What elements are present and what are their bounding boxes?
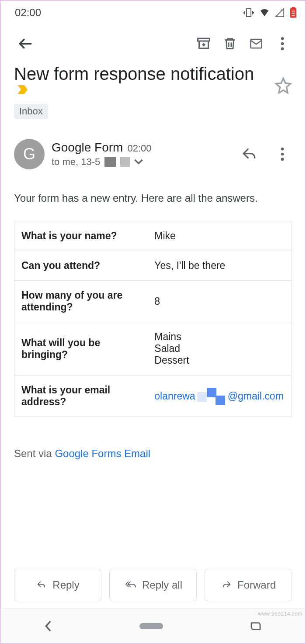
importance-icon	[17, 84, 30, 95]
svg-point-10	[281, 158, 284, 161]
redacted-block	[104, 157, 116, 167]
message-more-button[interactable]	[269, 141, 296, 167]
answer-cell: Mains Salad Dessert	[147, 322, 292, 375]
sender-row: G Google Form 02:00 to me, 13-5	[1, 119, 305, 174]
answer-cell-email[interactable]: olanrewa @gmail.com	[147, 375, 292, 417]
nav-home-icon[interactable]	[139, 623, 163, 629]
label-chip[interactable]: Inbox	[14, 104, 48, 119]
reply-all-label: Reply all	[142, 579, 182, 591]
status-icons: x	[243, 7, 297, 18]
question-cell: What will you be bringing?	[14, 322, 147, 375]
bottom-actions: Reply Reply all Forward	[1, 569, 305, 601]
archive-button[interactable]	[191, 31, 217, 57]
answer-cell: Mike	[147, 221, 292, 251]
delete-button[interactable]	[217, 31, 243, 57]
subject-row: New form response notification	[1, 61, 305, 98]
wifi-icon	[259, 8, 270, 17]
expand-details-icon[interactable]	[134, 159, 143, 165]
forward-label: Forward	[237, 579, 276, 591]
table-row: What is your email address? olanrewa @gm…	[14, 375, 292, 417]
svg-text:x: x	[281, 8, 282, 12]
status-time: 02:00	[15, 7, 41, 19]
sender-avatar[interactable]: G	[14, 139, 45, 169]
question-cell: How many of you are attending?	[14, 281, 147, 322]
signal-icon: x	[275, 8, 285, 17]
table-row: What will you be bringing? Mains Salad D…	[14, 322, 292, 375]
svg-point-6	[281, 42, 284, 45]
answer-cell: Yes, I'll be there	[147, 251, 292, 280]
redacted-block	[207, 388, 216, 397]
more-button[interactable]	[269, 31, 296, 57]
nav-recent-icon[interactable]	[249, 620, 262, 632]
star-button[interactable]	[275, 77, 292, 94]
reply-icon-button[interactable]	[236, 141, 262, 167]
table-row: What is your name? Mike	[14, 221, 292, 251]
email-part1: olanrewa	[154, 390, 195, 402]
sender-name: Google Form	[52, 141, 123, 155]
question-cell: What is your name?	[14, 221, 147, 251]
email-part2: @gmail.com	[228, 390, 284, 402]
back-button[interactable]	[12, 31, 38, 57]
sender-time: 02:00	[127, 143, 151, 154]
to-line: to me, 13-5	[52, 156, 100, 168]
sent-via: Sent via Google Forms Email	[1, 417, 305, 464]
answer-cell: 8	[147, 281, 292, 322]
redacted-block	[197, 392, 207, 402]
watermark: www.989214.com	[258, 611, 303, 617]
battery-icon	[289, 7, 297, 18]
svg-rect-2	[292, 7, 295, 9]
svg-rect-11	[139, 623, 163, 629]
table-row: Can you attend? Yes, I'll be there	[14, 251, 292, 280]
question-cell: What is your email address?	[14, 375, 147, 417]
reply-label: Reply	[52, 579, 79, 591]
svg-rect-3	[198, 38, 210, 41]
reply-button[interactable]: Reply	[14, 569, 101, 601]
status-bar: 02:00 x	[1, 1, 305, 23]
toolbar	[1, 23, 305, 61]
redacted-block	[216, 396, 225, 405]
sent-via-prefix: Sent via	[14, 448, 55, 459]
sent-via-link[interactable]: Google Forms Email	[55, 448, 150, 459]
recipient-summary[interactable]: to me, 13-5	[52, 156, 229, 168]
svg-point-7	[281, 47, 284, 50]
email-subject: New form response notification	[14, 64, 254, 83]
forward-button[interactable]: Forward	[205, 569, 292, 601]
svg-point-9	[281, 153, 284, 156]
svg-point-8	[281, 148, 284, 151]
answers-table: What is your name? Mike Can you attend? …	[14, 221, 292, 417]
svg-point-5	[281, 37, 284, 40]
redacted-block	[120, 157, 130, 167]
reply-all-button[interactable]: Reply all	[109, 569, 197, 601]
nav-back-icon[interactable]	[44, 620, 53, 632]
vibrate-icon	[243, 7, 254, 18]
table-row: How many of you are attending? 8	[14, 280, 292, 322]
mark-unread-button[interactable]	[243, 31, 269, 57]
email-body-intro: Your form has a new entry. Here are all …	[1, 174, 305, 212]
question-cell: Can you attend?	[14, 251, 147, 280]
